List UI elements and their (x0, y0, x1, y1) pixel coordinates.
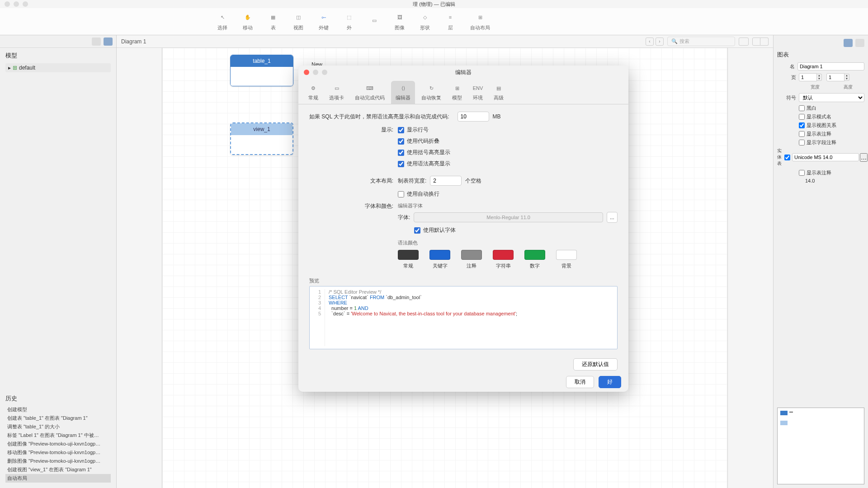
entity-check[interactable] (784, 155, 790, 160)
tab-width-input[interactable] (430, 176, 462, 186)
nav-back[interactable]: ‹ (646, 38, 654, 46)
tool-hand[interactable]: ✋移动 (242, 12, 253, 31)
display-opt-0[interactable] (398, 127, 404, 133)
main-toolbar: ↖选择✋移动▦表◫视图⟜外键⬚外▭🖼图像◇形状≡层⊞自动布局 (0, 8, 868, 35)
view-mode-3[interactable] (760, 38, 769, 46)
auto-wrap-check[interactable] (398, 191, 404, 197)
search-input[interactable]: 🔍 搜索 (667, 37, 735, 46)
window-title: 理 (物理) — 已编辑 (413, 1, 455, 8)
search-icon: 🔍 (671, 38, 678, 44)
history-item[interactable]: 创建视图 "view_1" 在图表 "Diagram 1" (5, 465, 111, 474)
table-node-table1[interactable]: table_1 (230, 55, 293, 86)
history-item[interactable]: 删除图像 "Preview-tomoko-uji-kxvn1ogp… (5, 457, 111, 465)
symbol-select[interactable]: 默认 (799, 93, 864, 102)
history-item[interactable]: 创建图像 "Preview-tomoko-uji-kxvn1ogp… (5, 440, 111, 448)
prop-check-3[interactable] (799, 131, 805, 137)
zoom-window[interactable] (23, 1, 28, 7)
tool-stack[interactable]: ≡层 (445, 12, 456, 31)
history-item[interactable]: 自动布局 (5, 474, 111, 483)
tool-layer[interactable]: ⬚外 (344, 12, 354, 31)
prop-check-1[interactable] (799, 114, 805, 120)
diagram-tab[interactable]: Diagram 1 (121, 38, 146, 45)
preview-label: 预览 (309, 277, 618, 284)
display-opt-2[interactable] (398, 150, 404, 156)
pref-tab-4[interactable]: ↻自动恢复 (417, 81, 446, 104)
tab-icon-1: ▭ (332, 84, 342, 93)
nav-forward[interactable]: › (656, 38, 664, 46)
pref-tab-1[interactable]: ▭选项卡 (325, 81, 349, 104)
reset-defaults-button[interactable]: 还原默认值 (573, 358, 618, 371)
note-icon: ▭ (369, 15, 380, 26)
tool-note[interactable]: ▭ (369, 15, 380, 28)
pref-tab-6[interactable]: ENV环境 (468, 81, 487, 104)
editor-font-input[interactable] (414, 212, 603, 222)
diagram-name-input[interactable] (797, 62, 864, 70)
color-swatch-4[interactable] (524, 250, 545, 260)
tree-item-label: default (19, 65, 35, 71)
color-swatch-2[interactable] (461, 250, 482, 260)
dialog-minimize[interactable] (313, 70, 318, 75)
history-item[interactable]: 移动图像 "Preview-tomoko-uji-kxvn1ogp… (5, 448, 111, 457)
tool-cursor[interactable]: ↖选择 (217, 12, 228, 31)
history-item[interactable]: 创建表 "table_1" 在图表 "Diagram 1" (5, 414, 111, 422)
tool-layout[interactable]: ⊞自动布局 (470, 12, 490, 31)
view-node-view1[interactable]: view_1 (230, 122, 293, 155)
shape-icon: ◇ (420, 12, 430, 23)
cancel-button[interactable]: 取消 (566, 376, 594, 388)
display-opt-1[interactable] (398, 138, 404, 145)
right-tab-props[interactable] (844, 39, 853, 47)
fk-icon: ⟜ (318, 12, 329, 23)
pref-tab-2[interactable]: ⌨自动完成代码 (350, 81, 389, 104)
tool-table[interactable]: ▦表 (268, 12, 278, 31)
preferences-dialog: 编辑器 ⚙常规▭选项卡⌨自动完成代码⟨⟩编辑器↻自动恢复⊞模型ENV环境▤高级 … (298, 66, 628, 392)
color-swatch-0[interactable] (398, 250, 419, 260)
left-tab-model[interactable] (104, 38, 113, 46)
traffic-lights (5, 1, 28, 7)
tree-item-default[interactable]: ▸ ⊞ default (5, 63, 111, 72)
pref-tab-3[interactable]: ⟨⟩编辑器 (391, 81, 415, 104)
color-swatch-1[interactable] (429, 250, 450, 260)
entity-font-input[interactable] (792, 153, 859, 161)
tool-view[interactable]: ◫视图 (293, 12, 304, 31)
ok-button[interactable]: 好 (599, 376, 621, 388)
schema-icon: ⊞ (13, 65, 17, 71)
tab-icon-4: ↻ (426, 84, 436, 93)
font-picker-button[interactable]: … (607, 212, 618, 223)
right-tab-other[interactable] (855, 39, 864, 47)
left-tab-outline[interactable] (92, 38, 101, 46)
cursor-icon: ↖ (217, 12, 228, 23)
props-title: 图表 (777, 51, 864, 59)
page-height-input[interactable] (826, 73, 844, 81)
code-preview: 12345 /* SQL Editor Preview */ SELECT `n… (309, 286, 618, 349)
tool-shape[interactable]: ◇形状 (420, 12, 430, 31)
view-mode-2[interactable] (752, 38, 760, 46)
hand-icon: ✋ (242, 12, 253, 23)
history-item[interactable]: 标签 "Label 1" 在图表 "Diagram 1" 中被… (5, 431, 111, 440)
window-titlebar: 理 (物理) — 已编辑 (0, 0, 868, 8)
show-table-comment-check[interactable] (799, 170, 805, 176)
history-item[interactable]: 创建模型 (5, 405, 111, 414)
layer-icon: ⬚ (344, 12, 354, 23)
dialog-zoom[interactable] (322, 70, 327, 75)
sql-threshold-input[interactable] (458, 112, 489, 122)
pref-tab-5[interactable]: ⊞模型 (448, 81, 467, 104)
use-default-font-check[interactable] (414, 227, 420, 234)
minimap[interactable] (777, 408, 864, 484)
tool-image[interactable]: 🖼图像 (394, 12, 405, 31)
color-swatch-5[interactable] (556, 250, 577, 260)
display-opt-3[interactable] (398, 161, 404, 167)
prop-check-4[interactable] (799, 140, 805, 145)
color-swatch-3[interactable] (493, 250, 514, 260)
tool-fk[interactable]: ⟜外键 (318, 12, 329, 31)
view-mode-1[interactable] (739, 38, 749, 46)
pref-tab-0[interactable]: ⚙常规 (304, 81, 323, 104)
dialog-close[interactable] (304, 70, 309, 75)
history-item[interactable]: 调整表 "table_1" 的大小 (5, 422, 111, 431)
minimize-window[interactable] (14, 1, 19, 7)
prop-check-2[interactable] (799, 122, 805, 128)
entity-font-more[interactable]: … (860, 153, 868, 162)
pref-tab-7[interactable]: ▤高级 (489, 81, 508, 104)
prop-check-0[interactable] (799, 105, 805, 111)
close-window[interactable] (5, 1, 10, 7)
page-width-input[interactable] (799, 73, 817, 81)
